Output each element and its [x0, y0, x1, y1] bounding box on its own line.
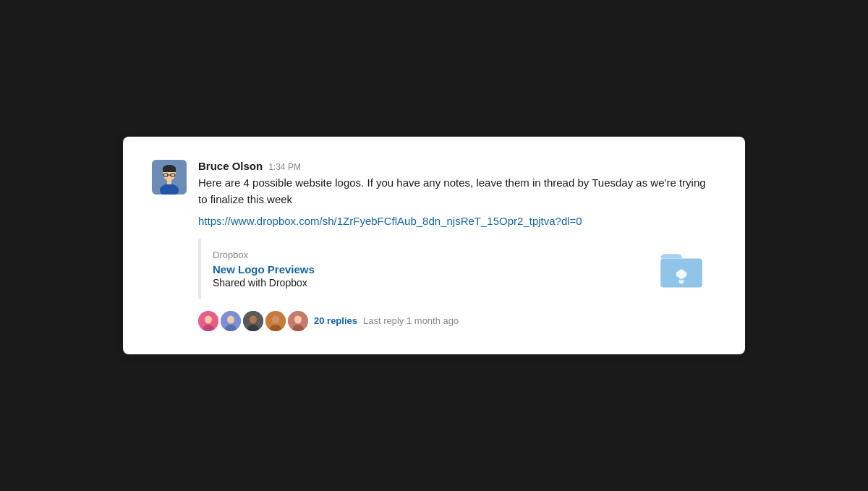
reply-avatar-4 [265, 311, 286, 331]
svg-point-15 [205, 315, 212, 323]
dropbox-preview-title[interactable]: New Logo Previews [213, 263, 315, 276]
svg-point-24 [272, 315, 279, 323]
message-body: Bruce Olson 1:34 PM Here are 4 possible … [198, 160, 716, 331]
reply-avatar-1 [198, 311, 218, 331]
reply-avatar-3 [243, 311, 263, 331]
message-meta: Bruce Olson 1:34 PM [198, 160, 716, 172]
dropbox-folder-icon [658, 247, 705, 291]
reply-avatars [198, 311, 308, 331]
svg-rect-3 [163, 168, 176, 172]
replies-section: 20 replies Last reply 1 month ago [198, 311, 716, 331]
svg-point-21 [250, 315, 257, 323]
reply-time: Last reply 1 month ago [363, 315, 459, 326]
message-timestamp: 1:34 PM [268, 162, 301, 172]
dropbox-preview-subtitle: Shared with Dropbox [213, 277, 315, 289]
message-text: Here are 4 possible website logos. If yo… [198, 175, 716, 208]
dropbox-source: Dropbox [213, 249, 315, 260]
sender-avatar [152, 160, 187, 195]
svg-rect-8 [167, 180, 171, 184]
svg-point-27 [294, 315, 302, 323]
message-header: Bruce Olson 1:34 PM Here are 4 possible … [152, 160, 716, 331]
dropbox-preview: Dropbox New Logo Previews Shared with Dr… [198, 239, 716, 299]
reply-avatar-5 [288, 311, 308, 331]
reply-avatar-2 [221, 311, 241, 331]
reply-count[interactable]: 20 replies [314, 315, 357, 326]
svg-point-18 [227, 315, 234, 323]
message-card: Bruce Olson 1:34 PM Here are 4 possible … [123, 137, 745, 354]
dropbox-link[interactable]: https://www.dropbox.com/sh/1ZrFyebFCflAu… [198, 215, 582, 227]
dropbox-preview-content: Dropbox New Logo Previews Shared with Dr… [213, 249, 315, 289]
sender-name: Bruce Olson [198, 160, 263, 172]
